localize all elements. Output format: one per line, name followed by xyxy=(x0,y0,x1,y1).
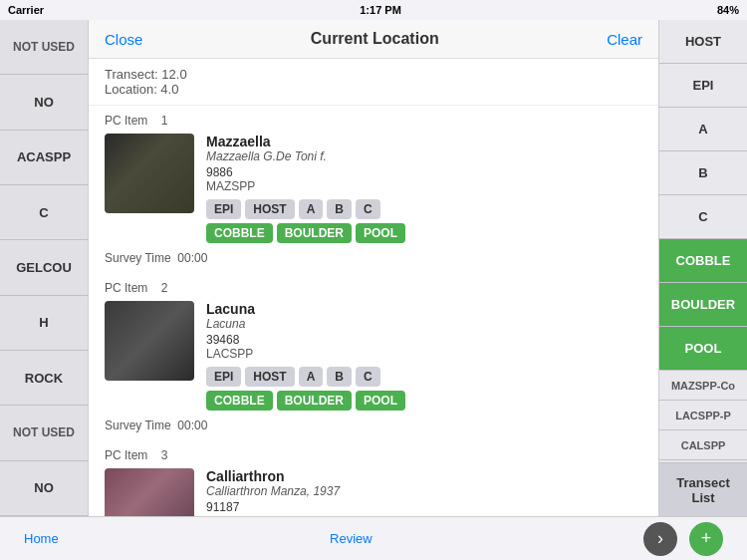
right-item-a[interactable]: A xyxy=(659,108,747,151)
clear-button[interactable]: Clear xyxy=(607,31,642,48)
species-name-1: Mazzaella xyxy=(206,134,642,149)
tag-boulder-2[interactable]: BOULDER xyxy=(277,391,352,411)
sidebar-item-no-2[interactable]: NO xyxy=(0,461,88,516)
species-id-2: 39468 xyxy=(206,333,642,347)
species-code-2: LACSPP xyxy=(206,347,642,361)
home-button[interactable]: Home xyxy=(24,531,59,546)
right-item-mazspp-co[interactable]: MAZSPP-Co xyxy=(659,371,747,401)
pc-item-row-3: Calliarthron Calliarthron Manza, 1937 91… xyxy=(105,468,642,516)
species-image-2 xyxy=(105,301,194,381)
tag-cobble-1[interactable]: COBBLE xyxy=(206,223,273,243)
species-sci-2: Lacuna xyxy=(206,317,642,331)
sidebar-item-not-used-2[interactable]: NOT USED xyxy=(0,406,88,460)
species-image-1 xyxy=(105,134,194,213)
sidebar-item-h1[interactable]: H xyxy=(0,296,88,351)
tag-boulder-1[interactable]: BOULDER xyxy=(277,223,352,243)
right-item-host[interactable]: HOST xyxy=(659,20,747,64)
right-item-cobble[interactable]: COBBLE xyxy=(659,239,747,283)
right-item-lacspp-p[interactable]: LACSPP-P xyxy=(659,401,747,430)
left-sidebar: NOT USED NO ACASPP C GELCOU H ROCK NOT U… xyxy=(0,20,88,516)
carrier-label: Carrier xyxy=(8,4,44,16)
species-sci-3: Calliarthron Manza, 1937 xyxy=(206,484,642,498)
species-id-1: 9886 xyxy=(206,165,642,179)
pc-item-3: PC Item 3 Calliarthron Calliarthron Manz… xyxy=(105,448,642,516)
location-line: Location: 4.0 xyxy=(105,82,642,97)
species-id-3: 91187 xyxy=(206,500,642,514)
right-item-pool[interactable]: POOL xyxy=(659,327,747,371)
sidebar-item-gelcou[interactable]: GELCOU xyxy=(0,240,88,295)
tag-row-green-1: COBBLE BOULDER POOL xyxy=(206,223,642,243)
right-item-c[interactable]: C xyxy=(659,195,747,239)
tag-host-2[interactable]: HOST xyxy=(245,367,294,387)
close-button[interactable]: Close xyxy=(105,31,142,48)
navigate-button[interactable]: › xyxy=(643,522,677,556)
review-button[interactable]: Review xyxy=(330,531,373,546)
survey-time-2: Survey Time 00:00 xyxy=(105,419,642,432)
plus-icon: + xyxy=(701,528,712,549)
tag-b-2[interactable]: B xyxy=(327,367,352,387)
bottom-bar: Home Review › + xyxy=(0,516,747,560)
sidebar-item-acaspp[interactable]: ACASPP xyxy=(0,131,88,185)
tag-epi-1[interactable]: EPI xyxy=(206,199,241,219)
tag-epi-2[interactable]: EPI xyxy=(206,367,241,387)
tag-pool-2[interactable]: POOL xyxy=(356,391,405,411)
sidebar-item-rock[interactable]: ROCK xyxy=(0,351,88,406)
tag-pool-1[interactable]: POOL xyxy=(356,223,405,243)
modal-header: Close Current Location Clear xyxy=(89,20,658,59)
tag-a-1[interactable]: A xyxy=(299,199,324,219)
species-info-1: Mazzaella Mazzaella G.De Toni f. 9886 MA… xyxy=(206,134,642,247)
tag-b-1[interactable]: B xyxy=(327,199,352,219)
right-item-epi[interactable]: EPI xyxy=(659,64,747,108)
pc-item-header-3: PC Item 3 xyxy=(105,448,642,462)
modal-overlay: Close Current Location Clear Transect: 1… xyxy=(88,20,659,516)
tag-row-gray-1: EPI HOST A B C xyxy=(206,199,642,219)
tag-cobble-2[interactable]: COBBLE xyxy=(206,391,273,411)
time-label: 1:17 PM xyxy=(360,4,401,16)
transect-list-button[interactable]: Transect List xyxy=(659,462,747,516)
tag-row-gray-2: EPI HOST A B C xyxy=(206,367,642,387)
pc-item-header-1: PC Item 1 xyxy=(105,114,642,128)
survey-time-1: Survey Time 00:00 xyxy=(105,251,642,265)
sidebar-item-c1[interactable]: C xyxy=(0,185,88,240)
tag-c-1[interactable]: C xyxy=(356,199,380,219)
status-bar: Carrier 1:17 PM 84% xyxy=(0,0,747,20)
pc-item-header-2: PC Item 2 xyxy=(105,281,642,295)
battery-label: 84% xyxy=(717,4,739,16)
pc-item-row-1: Mazzaella Mazzaella G.De Toni f. 9886 MA… xyxy=(105,134,642,247)
transect-line: Transect: 12.0 xyxy=(105,67,642,82)
species-image-3 xyxy=(105,468,194,516)
pc-item-row-2: Lacuna Lacuna 39468 LACSPP EPI HOST A B … xyxy=(105,301,642,415)
species-code-1: MAZSPP xyxy=(206,179,642,193)
right-item-b[interactable]: B xyxy=(659,151,747,195)
add-button[interactable]: + xyxy=(689,522,723,556)
tag-c-2[interactable]: C xyxy=(356,367,380,387)
species-name-3: Calliarthron xyxy=(206,468,642,484)
chevron-right-icon: › xyxy=(657,528,663,549)
species-name-2: Lacuna xyxy=(206,301,642,317)
species-info-3: Calliarthron Calliarthron Manza, 1937 91… xyxy=(206,468,642,516)
right-item-calspp[interactable]: CALSPP xyxy=(659,430,747,460)
tag-host-1[interactable]: HOST xyxy=(245,199,294,219)
species-info-2: Lacuna Lacuna 39468 LACSPP EPI HOST A B … xyxy=(206,301,642,415)
right-item-boulder[interactable]: BOULDER xyxy=(659,283,747,327)
pc-item-1: PC Item 1 Mazzaella Mazzaella G.De Toni … xyxy=(105,114,642,265)
sidebar-item-not-used-1[interactable]: NOT USED xyxy=(0,20,88,75)
tag-a-2[interactable]: A xyxy=(299,367,324,387)
species-sci-1: Mazzaella G.De Toni f. xyxy=(206,149,642,163)
pc-item-2: PC Item 2 Lacuna Lacuna 39468 LACSPP EPI… xyxy=(105,281,642,432)
right-sidebar: HOST EPI A B C COBBLE BOULDER POOL MAZSP… xyxy=(659,20,747,516)
sidebar-item-no-1[interactable]: NO xyxy=(0,75,88,130)
tag-row-green-2: COBBLE BOULDER POOL xyxy=(206,391,642,411)
bottom-right-icons: › + xyxy=(643,522,723,556)
modal-content: PC Item 1 Mazzaella Mazzaella G.De Toni … xyxy=(89,106,658,516)
transect-info: Transect: 12.0 Location: 4.0 xyxy=(89,59,658,106)
modal-title: Current Location xyxy=(311,30,439,48)
